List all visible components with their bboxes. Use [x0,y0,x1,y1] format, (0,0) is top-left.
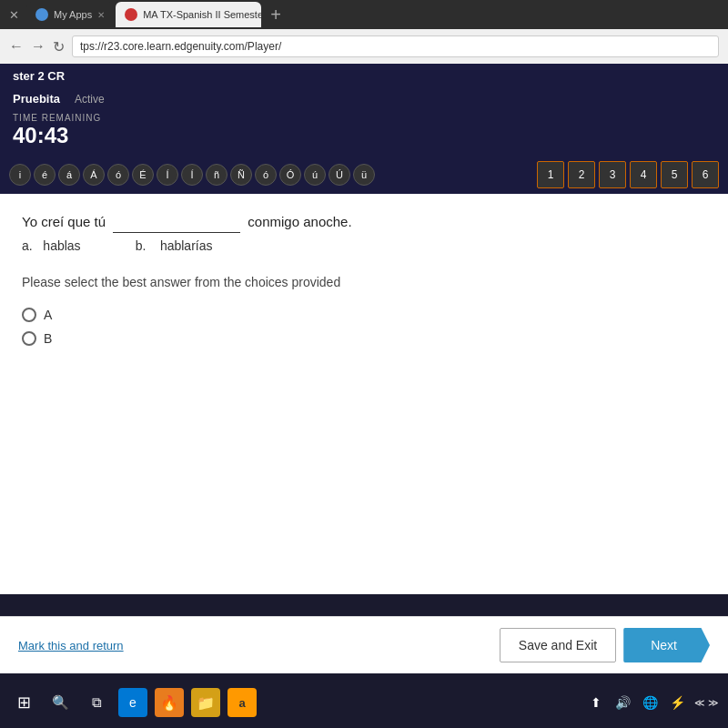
special-char-O-accent[interactable]: Ó [279,164,301,186]
taskbar-search-icon[interactable]: 🔍 [46,688,75,717]
bottom-bar: Mark this and return Save and Exit Next [0,616,728,673]
address-text: tps://r23.core.learn.edgenuity.com/Playe… [80,40,281,53]
question-nav-3[interactable]: 3 [599,161,626,188]
taskbar-clock: ≪ ≫ [694,692,719,713]
answer-b-text: hablarías [160,238,213,253]
radio-label-A: A [44,308,52,322]
tab-close-x[interactable]: ✕ [4,8,25,22]
timer-value: 40:43 [13,123,715,148]
taskbar-firefox-icon[interactable]: 🔥 [155,688,184,717]
question-nav-2[interactable]: 2 [568,161,595,188]
timer-section: TIME REMAINING 40:43 [0,109,728,156]
save-exit-button[interactable]: Save and Exit [500,628,616,662]
question-nav-4[interactable]: 4 [630,161,657,188]
taskbar-folder-icon[interactable]: 📁 [191,688,220,717]
address-bar-row: ← → ↻ tps://r23.core.learn.edgenuity.com… [0,29,728,64]
answer-b-label: b. [136,238,157,253]
special-char-i-accent2[interactable]: Í [181,164,203,186]
radio-label-B: B [44,331,52,346]
tab-close-my-apps[interactable]: ✕ [97,10,105,20]
answer-options-row: a. hablas b. hablarías [22,238,706,253]
taskbar-right-icon-3[interactable]: 🌐 [640,692,662,713]
answer-a-label: a. [22,238,39,253]
special-char-N-tilde[interactable]: Ñ [230,164,252,186]
question-text: Yo creí que tú conmigo anoche. [22,212,706,233]
timer-label: TIME REMAINING [13,113,715,123]
question-nav-6[interactable]: 6 [692,161,719,188]
special-chars-group: i é á Á ó É Í Í ñ Ñ ó Ó ú Ú ü [9,164,375,186]
tab-spanish[interactable]: MA TX-Spanish II Semester 2 CR ✕ [116,2,261,27]
tab-my-apps[interactable]: My Apps ✕ [26,2,114,27]
address-bar[interactable]: tps://r23.core.learn.edgenuity.com/Playe… [72,35,719,57]
special-char-E-accent[interactable]: É [132,164,154,186]
tab-icon-my-apps [35,8,48,21]
taskbar-task-view-icon[interactable]: ⧉ [82,688,111,717]
radio-item-B[interactable]: B [22,331,706,346]
tab-spanish-label: MA TX-Spanish II Semester 2 CR [143,9,261,20]
radio-circle-A[interactable] [22,308,36,322]
special-char-e-accent[interactable]: é [34,164,56,186]
special-char-i-accent[interactable]: Í [157,164,178,186]
toolbar-row: i é á Á ó É Í Í ñ Ñ ó Ó ú Ú ü 1 2 3 4 5 … [0,156,728,194]
taskbar-right-icon-4[interactable]: ⚡ [667,692,689,713]
special-char-A-accent[interactable]: Á [83,164,105,186]
radio-group: A B [22,308,706,346]
special-char-a-accent[interactable]: á [58,164,80,186]
reload-button[interactable]: ↻ [53,38,65,56]
question-nav-1[interactable]: 1 [537,161,564,188]
question-prompt-end: conmigo anoche. [248,214,351,229]
special-char-n-tilde[interactable]: ñ [206,164,228,186]
new-tab-button[interactable]: + [263,5,288,25]
taskbar-edge-icon[interactable]: e [118,688,147,717]
special-char-U-accent[interactable]: Ú [329,164,350,186]
answer-option-b: b. hablarías [136,238,213,253]
special-char-u-diaeresis[interactable]: ü [353,164,375,186]
question-prompt-start: Yo creí que tú [22,214,106,229]
section-row: Pruebita Active [0,88,728,109]
answer-option-a: a. hablas [22,238,81,253]
special-char-o-accent2[interactable]: ó [255,164,277,186]
tab-my-apps-label: My Apps [54,9,92,20]
content-area: Yo creí que tú conmigo anoche. a. hablas… [0,194,728,594]
mark-return-link[interactable]: Mark this and return [18,639,124,652]
question-nav-5[interactable]: 5 [661,161,688,188]
taskbar-windows-icon[interactable]: ⊞ [9,688,38,717]
tab-bar: ✕ My Apps ✕ MA TX-Spanish II Semester 2 … [0,0,728,29]
section-status: Active [75,93,105,106]
forward-button[interactable]: → [31,38,46,55]
taskbar-right-icon-2[interactable]: 🔊 [612,692,634,713]
next-button[interactable]: Next [623,628,710,662]
back-button[interactable]: ← [9,38,24,55]
taskbar-right-icon-1[interactable]: ⬆ [585,692,607,713]
section-label: Pruebita [13,92,60,106]
answer-a-text: hablas [43,238,80,253]
taskbar-right-area: ⬆ 🔊 🌐 ⚡ ≪ ≫ [585,692,719,713]
taskbar: ⊞ 🔍 ⧉ e 🔥 📁 a ⬆ 🔊 🌐 ⚡ ≪ ≫ [0,677,728,728]
browser-chrome: ✕ My Apps ✕ MA TX-Spanish II Semester 2 … [0,0,728,64]
special-char-i[interactable]: i [9,164,31,186]
app-title: ster 2 CR [13,69,65,83]
radio-item-A[interactable]: A [22,308,706,322]
special-char-u-accent[interactable]: ú [304,164,326,186]
special-char-o-accent[interactable]: ó [107,164,129,186]
question-nav: 1 2 3 4 5 6 [537,161,719,188]
instruction-text: Please select the best answer from the c… [22,275,706,289]
taskbar-amazon-icon[interactable]: a [228,688,257,717]
bottom-right-buttons: Save and Exit Next [500,628,710,662]
tab-icon-spanish [125,8,137,21]
question-blank [113,232,240,233]
radio-circle-B[interactable] [22,331,36,346]
app-header: ster 2 CR [0,64,728,88]
